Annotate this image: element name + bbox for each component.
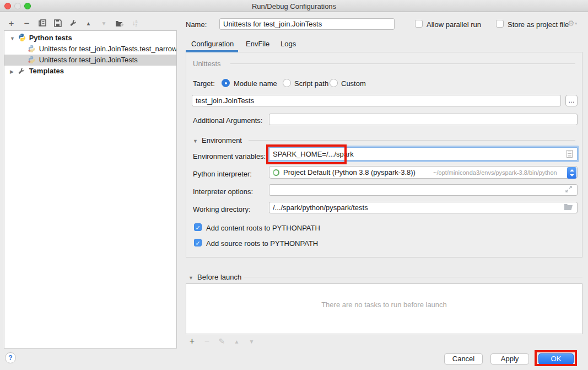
no-tasks-message: There are no tasks to run before launch <box>186 301 582 309</box>
store-project-checkbox[interactable] <box>496 20 504 28</box>
add-content-roots-label[interactable]: Add content roots to PYTHONPATH <box>206 224 320 232</box>
interpreter-options-input[interactable] <box>269 184 578 196</box>
new-folder-icon[interactable] <box>115 19 124 28</box>
env-vars-editor-icon[interactable] <box>567 150 573 158</box>
allow-parallel-label[interactable]: Allow parallel run <box>427 20 481 29</box>
edit-icon[interactable]: ✎ <box>218 337 226 346</box>
add-source-roots-checkbox[interactable]: ✓ <box>194 239 202 246</box>
chevron-right-icon[interactable]: ▶ <box>10 66 15 77</box>
radio-script-path-label[interactable]: Script path <box>294 79 328 88</box>
group-divider <box>249 140 575 141</box>
tree-item-unittests-jointests[interactable]: Unittests for test_join.JoinTests <box>4 55 176 66</box>
tree-item-unittests-narrow[interactable]: Unittests for test_join.JoinTests.test_n… <box>4 44 176 55</box>
tree-item-label: Templates <box>29 67 64 75</box>
move-down-icon[interactable]: ▼ <box>99 19 109 28</box>
group-divider <box>244 277 582 277</box>
working-directory-label: Working directory: <box>193 205 251 213</box>
interpreter-options-label: Interpreter options: <box>193 187 253 196</box>
add-content-roots-checkbox[interactable]: ✓ <box>194 223 202 231</box>
additional-arguments-label: Additional Arguments: <box>193 116 262 125</box>
configurations-tree: ▼ Python tests Unittests for test_join.J… <box>4 30 177 348</box>
environment-variables-label: Environment variables: <box>193 152 266 160</box>
conda-env-icon <box>273 169 279 176</box>
group-divider <box>230 63 575 64</box>
before-launch-tasks-panel: There are no tasks to run before launch <box>186 283 582 334</box>
tab-configuration[interactable]: Configuration <box>191 40 234 48</box>
interpreter-value: Project Default (Python 3.8 (pyspark-3.8… <box>283 168 416 176</box>
save-icon[interactable] <box>53 19 62 28</box>
allow-parallel-checkbox[interactable] <box>415 20 423 28</box>
store-project-label[interactable]: Store as project file <box>508 20 569 29</box>
python-icon <box>28 56 36 65</box>
before-launch-toolbar: + − ✎ ▲ ▼ <box>188 336 256 346</box>
add-icon[interactable]: + <box>188 336 196 346</box>
browse-button[interactable]: ... <box>565 95 578 106</box>
remove-icon[interactable]: − <box>203 336 211 346</box>
sort-alphabetically-icon[interactable]: ↓az <box>130 19 139 28</box>
tree-item-label: Unittests for test_join.JoinTests <box>39 56 138 64</box>
move-up-icon[interactable]: ▲ <box>233 339 241 345</box>
name-input[interactable] <box>219 18 395 30</box>
radio-custom[interactable] <box>330 79 338 87</box>
move-down-icon[interactable]: ▼ <box>247 339 256 345</box>
add-icon[interactable]: + <box>7 19 16 28</box>
tree-item-label: Unittests for test_join.JoinTests.test_n… <box>39 45 176 53</box>
configuration-panel: Unittests Target: Module name Script pat… <box>186 52 582 258</box>
interpreter-path: ~/opt/miniconda3/envs/pyspark-3.8/bin/py… <box>433 169 557 176</box>
folder-icon[interactable] <box>564 203 573 212</box>
tab-logs[interactable]: Logs <box>280 40 296 48</box>
remove-icon[interactable]: − <box>22 19 31 28</box>
settings-gear-icon[interactable]: ⚙ <box>568 19 577 28</box>
dropdown-spinner-icon[interactable] <box>567 167 576 179</box>
additional-arguments-input[interactable] <box>269 114 578 125</box>
cancel-button[interactable]: Cancel <box>444 353 483 364</box>
name-label: Name: <box>186 20 207 29</box>
target-label: Target: <box>193 79 215 88</box>
python-icon <box>28 45 36 53</box>
sidebar-toolbar: + − ▲ ▼ ↓az <box>7 18 139 28</box>
apply-button[interactable]: Apply <box>490 353 529 364</box>
chevron-down-icon[interactable]: ▼ <box>193 138 198 144</box>
chevron-down-icon[interactable]: ▼ <box>188 275 193 281</box>
working-directory-input[interactable] <box>269 202 578 213</box>
radio-custom-label[interactable]: Custom <box>341 79 366 88</box>
tree-item-python-tests[interactable]: ▼ Python tests <box>4 33 176 44</box>
radio-module-name-label[interactable]: Module name <box>234 79 277 88</box>
tree-item-label: Python tests <box>29 34 72 42</box>
edit-templates-icon[interactable] <box>68 19 78 28</box>
before-launch-label[interactable]: Before launch <box>197 273 241 281</box>
unittests-group-label: Unittests <box>193 60 221 68</box>
add-source-roots-label[interactable]: Add source roots to PYTHONPATH <box>206 239 318 248</box>
annotation-ok-highlight <box>535 350 577 366</box>
tree-item-templates[interactable]: ▶ Templates <box>4 66 176 77</box>
wrench-icon <box>18 67 26 76</box>
run-debug-configurations-dialog: Run/Debug Configurations + − ▲ ▼ ↓az ▼ P… <box>0 0 588 370</box>
environment-section-label[interactable]: Environment <box>202 136 242 144</box>
move-up-icon[interactable]: ▲ <box>84 19 93 28</box>
annotation-env-vars-highlight <box>266 144 347 164</box>
help-button[interactable]: ? <box>5 352 16 363</box>
radio-script-path[interactable] <box>283 79 291 87</box>
tab-envfile[interactable]: EnvFile <box>246 40 269 48</box>
target-module-input[interactable] <box>192 95 561 106</box>
titlebar: Run/Debug Configurations <box>0 0 588 12</box>
expand-field-icon[interactable] <box>565 186 572 194</box>
copy-icon[interactable] <box>37 19 47 28</box>
python-interpreter-label: Python interpreter: <box>193 170 252 178</box>
python-interpreter-select[interactable]: Project Default (Python 3.8 (pyspark-3.8… <box>269 166 578 179</box>
python-icon <box>18 33 26 42</box>
window-title: Run/Debug Configurations <box>0 2 588 10</box>
radio-module-name[interactable] <box>222 79 230 87</box>
chevron-down-icon[interactable]: ▼ <box>10 33 15 44</box>
